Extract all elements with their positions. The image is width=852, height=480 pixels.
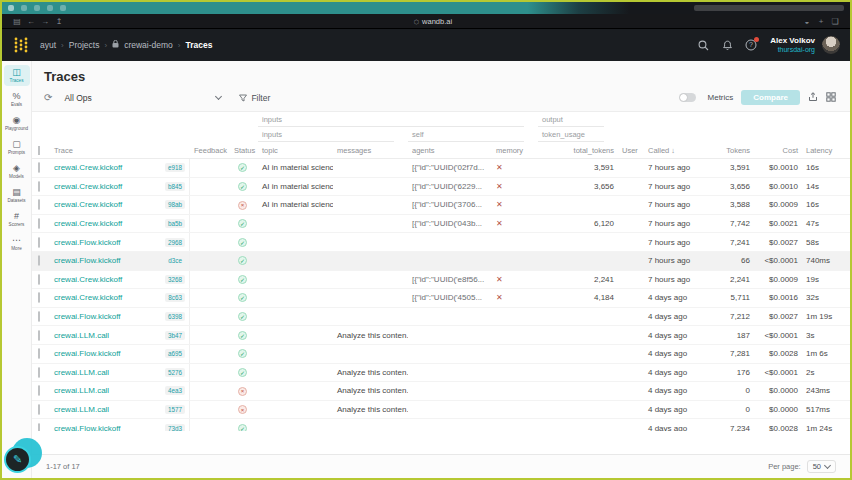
table-row[interactable]: crewai.LLM.call3b47✓Analyze this conten.… <box>32 326 850 345</box>
column-header-trace[interactable]: Trace <box>50 146 190 155</box>
sidebar-toggle-icon[interactable]: ▤ <box>10 17 24 26</box>
trace-link[interactable]: crewai.Crew.kickoff <box>54 182 122 191</box>
trace-link[interactable]: crewai.LLM.call <box>54 331 109 340</box>
row-checkbox[interactable] <box>38 237 40 248</box>
row-checkbox[interactable] <box>38 385 40 396</box>
metrics-toggle[interactable] <box>679 93 696 102</box>
row-checkbox[interactable] <box>38 404 40 415</box>
table-row[interactable]: crewai.Crew.kickoffb845✓AI in material s… <box>32 178 850 197</box>
table-row[interactable]: crewai.Flow.kickoffd3ce✓7 hours ago66<$0… <box>32 252 850 271</box>
table-row[interactable]: crewai.Crew.kickoff98ab×AI in material s… <box>32 196 850 215</box>
column-settings-icon[interactable] <box>826 92 836 104</box>
annotation-widget[interactable]: ✎ <box>4 438 44 474</box>
more-icon: ⋯ <box>12 235 21 245</box>
pagination-footer: 1-17 of 17 Per page: 50 <box>32 454 850 478</box>
row-checkbox[interactable] <box>38 274 40 285</box>
sidebar-item-playground[interactable]: ◉Playground <box>4 113 30 134</box>
column-header-agents[interactable]: agents <box>408 146 492 155</box>
table-row[interactable]: crewai.Crew.kickoffe918✓AI in material s… <box>32 159 850 178</box>
filter-button[interactable]: Filter <box>233 91 276 105</box>
breadcrumb-user[interactable]: ayut <box>40 40 56 50</box>
sidebar-item-prompts[interactable]: ▢Prompts <box>4 137 30 158</box>
compare-button[interactable]: Compare <box>741 90 800 105</box>
called-cell: 4 days ago <box>644 405 708 414</box>
trace-link[interactable]: crewai.LLM.call <box>54 368 109 377</box>
sidebar-item-label: Scorers <box>9 222 25 227</box>
forward-icon[interactable]: → <box>38 17 52 26</box>
row-checkbox[interactable] <box>38 218 40 229</box>
breadcrumb-project[interactable]: crewai-demo <box>124 40 173 50</box>
sidebar-item-more[interactable]: ⋯More <box>4 233 30 254</box>
sidebar-item-evals[interactable]: %Evals <box>4 89 30 110</box>
row-checkbox[interactable] <box>38 181 40 192</box>
sidebar-item-scorers[interactable]: #Scorers <box>4 209 30 230</box>
trace-link[interactable]: crewai.Crew.kickoff <box>54 219 122 228</box>
user-avatar[interactable] <box>822 36 840 54</box>
table-row[interactable]: crewai.LLM.call1577×Analyze this conten.… <box>32 401 850 420</box>
breadcrumb-projects[interactable]: Projects <box>69 40 100 50</box>
column-header-messages[interactable]: messages <box>333 146 408 155</box>
column-header-cost[interactable]: Cost <box>754 146 802 155</box>
column-header-user[interactable]: User <box>618 146 644 155</box>
pencil-icon[interactable]: ✎ <box>4 446 31 473</box>
trace-link[interactable]: crewai.Flow.kickoff <box>54 349 121 358</box>
share-icon[interactable]: ↥ <box>52 17 66 26</box>
user-block[interactable]: Alex Volkov thursdai-org <box>770 36 815 53</box>
table-row[interactable]: crewai.LLM.call5276✓Analyze this conten.… <box>32 364 850 383</box>
trace-link[interactable]: crewai.Crew.kickoff <box>54 200 122 209</box>
trace-link[interactable]: crewai.Flow.kickoff <box>54 312 121 321</box>
row-checkbox[interactable] <box>38 311 40 322</box>
refresh-icon[interactable]: ⟳ <box>44 92 52 103</box>
trace-link[interactable]: crewai.Flow.kickoff <box>54 424 121 431</box>
row-checkbox[interactable] <box>38 348 40 359</box>
row-checkbox[interactable] <box>38 292 40 303</box>
trace-link[interactable]: crewai.LLM.call <box>54 386 109 395</box>
per-page-select[interactable]: 50 <box>807 460 836 473</box>
apple-menu-icon[interactable] <box>8 5 14 11</box>
tabs-icon[interactable]: ❏ <box>828 17 842 26</box>
trace-link[interactable]: crewai.LLM.call <box>54 405 109 414</box>
table-row[interactable]: crewai.Crew.kickoffba5b✓[{"id":"UUID('04… <box>32 215 850 234</box>
new-tab-icon[interactable]: + <box>814 17 828 26</box>
trace-link[interactable]: crewai.Flow.kickoff <box>54 256 121 265</box>
notifications-bell-icon[interactable] <box>718 36 736 54</box>
column-header-topic[interactable]: topic <box>258 146 333 155</box>
shield-icon[interactable]: ◒ <box>800 17 814 26</box>
trace-link[interactable]: crewai.Crew.kickoff <box>54 275 122 284</box>
trace-link[interactable]: crewai.Crew.kickoff <box>54 293 122 302</box>
table-row[interactable]: crewai.Crew.kickoff8c63✓[{"id":"UUID('45… <box>32 289 850 308</box>
trace-link[interactable]: crewai.Flow.kickoff <box>54 238 121 247</box>
row-checkbox[interactable] <box>38 199 40 210</box>
table-row[interactable]: crewai.Flow.kickoff2968✓7 hours ago7,241… <box>32 233 850 252</box>
address-bar[interactable]: ⬡ wandb.ai <box>66 17 800 26</box>
row-checkbox[interactable] <box>38 330 40 341</box>
search-icon[interactable] <box>694 36 712 54</box>
wandb-logo[interactable] <box>12 36 30 54</box>
column-header-memory[interactable]: memory <box>492 146 538 155</box>
sidebar-item-traces[interactable]: ◫Traces <box>4 65 30 86</box>
table-row[interactable]: crewai.Flow.kickoff6398✓4 days ago7,212$… <box>32 308 850 327</box>
table-row[interactable]: crewai.Flow.kickoff73d3✓4 days ago7,234$… <box>32 419 850 431</box>
column-header-called[interactable]: Called ↓ <box>644 146 708 155</box>
column-header-tokens[interactable]: Tokens <box>708 146 754 155</box>
ops-selector[interactable]: All Ops <box>60 91 225 105</box>
sidebar-item-models[interactable]: ◈Models <box>4 161 30 182</box>
help-icon[interactable]: ? <box>742 36 760 54</box>
column-header-feedback[interactable]: Feedback <box>190 146 230 155</box>
row-checkbox[interactable] <box>38 162 40 173</box>
row-checkbox[interactable] <box>38 423 40 431</box>
sidebar-item-datasets[interactable]: ▤Datasets <box>4 185 30 206</box>
row-checkbox[interactable] <box>38 255 40 266</box>
toolbar: ⟳ All Ops Filter Metrics Compare <box>32 88 850 111</box>
row-checkbox[interactable] <box>38 367 40 378</box>
column-header-total-tokens[interactable]: total_tokens <box>538 146 618 155</box>
table-row[interactable]: crewai.LLM.call4ea3×Analyze this conten.… <box>32 382 850 401</box>
trace-link[interactable]: crewai.Crew.kickoff <box>54 163 122 172</box>
select-all-checkbox[interactable] <box>38 146 40 155</box>
export-icon[interactable] <box>808 92 818 104</box>
table-row[interactable]: crewai.Flow.kickoffa695✓4 days ago7,281$… <box>32 345 850 364</box>
column-header-status[interactable]: Status <box>230 146 258 155</box>
column-header-latency[interactable]: Latency <box>802 146 850 155</box>
table-row[interactable]: crewai.Crew.kickoff3268✓[{"id":"UUID('e8… <box>32 271 850 290</box>
back-icon[interactable]: ← <box>24 17 38 26</box>
